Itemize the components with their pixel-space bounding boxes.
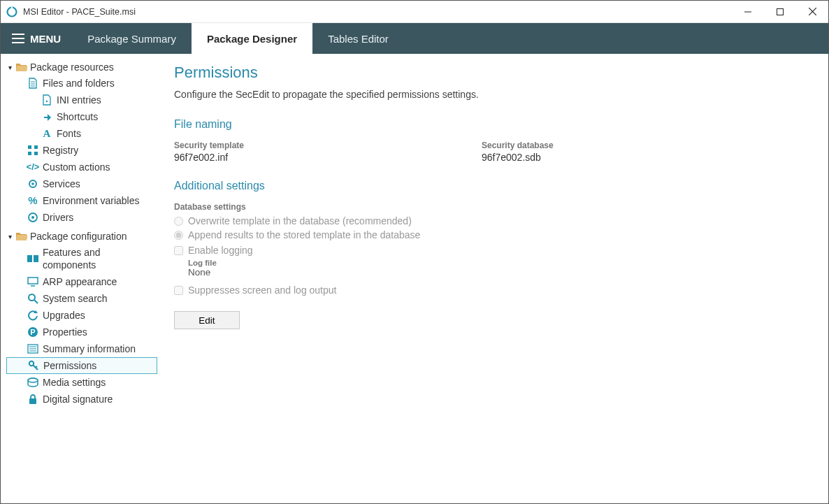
maximize-button[interactable] [764,1,796,23]
svg-rect-1 [11,7,13,11]
svg-point-12 [46,101,48,102]
refresh-icon [27,310,38,321]
sidebar-item-arp[interactable]: ARP appearance [6,273,157,290]
svg-rect-3 [777,8,784,15]
checkbox-suppress-output-input[interactable] [174,286,183,295]
sidebar-item-digital-signature[interactable]: Digital signature [6,391,157,408]
svg-line-35 [36,366,37,368]
sidebar-item-custom-actions[interactable]: </> Custom actions [6,159,157,175]
svg-point-18 [31,182,34,185]
folder-open-icon [16,62,27,72]
tab-package-summary[interactable]: Package Summary [72,23,192,54]
main-panel: Permissions Configure the SecEdit to pro… [160,54,828,503]
svg-rect-23 [28,278,38,284]
security-database-label: Security database [482,141,733,150]
sidebar-item-registry[interactable]: Registry [6,142,157,159]
svg-rect-15 [34,145,38,149]
gear-icon [27,178,38,189]
security-database-value: 96f7e002.sdb [482,152,733,163]
radio-overwrite-input[interactable] [174,217,183,226]
sidebar-item-fonts[interactable]: A Fonts [6,125,157,142]
edit-button[interactable]: Edit [174,311,240,329]
checkbox-suppress-output[interactable]: Suppresses screen and log output [174,285,814,296]
percent-icon: % [27,195,38,206]
tree-header-resources[interactable]: ▾ Package resources [6,59,157,75]
page-description: Configure the SecEdit to propagate the s… [174,89,814,100]
folder-open-icon [16,231,27,241]
properties-icon: P [27,326,38,338]
sidebar-item-shortcuts[interactable]: Shortcuts [6,108,157,125]
security-template-label: Security template [174,141,426,150]
features-icon [27,253,38,264]
tree-header-label: Package resources [30,62,114,73]
document-icon [27,78,38,89]
tree-section-configuration: ▾ Package configuration Features and com… [6,229,157,408]
svg-point-36 [28,378,38,382]
hamburger-icon [12,34,24,43]
svg-rect-37 [29,398,36,404]
page-title: Permissions [174,64,814,82]
svg-text:P: P [30,328,35,336]
tree-section-resources: ▾ Package resources Files and folders IN… [6,59,157,226]
sidebar-item-upgrades[interactable]: Upgrades [6,307,157,324]
section-additional-settings: Additional settings [174,180,814,192]
list-icon [27,343,38,354]
code-icon: </> [27,161,38,173]
svg-point-25 [29,294,35,301]
key-icon [28,360,39,371]
svg-rect-21 [27,255,32,262]
search-icon [27,293,38,304]
tab-tables-editor[interactable]: Tables Editor [312,23,404,54]
svg-rect-13 [28,145,31,149]
log-file-field: Log file None [188,259,814,278]
svg-line-26 [34,300,38,303]
field-security-database: Security database 96f7e002.sdb [482,141,733,163]
sidebar-item-features[interactable]: Features and components [6,244,157,273]
radio-append[interactable]: Append results to the stored template in… [174,229,814,240]
radio-overwrite[interactable]: Overwrite template in the database (reco… [174,215,814,226]
checkbox-enable-logging[interactable]: Enable logging [174,245,814,256]
db-settings-label: Database settings [174,202,814,212]
menu-bar: MENU Package Summary Package Designer Ta… [1,23,828,54]
close-button[interactable] [796,1,828,23]
sidebar-item-files-folders[interactable]: Files and folders [6,75,157,92]
svg-point-33 [29,361,34,366]
sidebar-item-permissions[interactable]: Permissions [6,357,157,374]
file-naming-row: Security template 96f7e002.inf Security … [174,141,814,163]
tree-header-configuration[interactable]: ▾ Package configuration [6,229,157,244]
shortcut-icon [41,111,52,122]
sidebar-item-media[interactable]: Media settings [6,374,157,391]
sidebar-item-properties[interactable]: P Properties [6,324,157,340]
menu-label: MENU [30,33,61,45]
checkbox-enable-logging-input[interactable] [174,246,183,255]
tree-header-label: Package configuration [30,231,127,242]
registry-icon [27,145,38,156]
caret-down-icon: ▾ [6,64,13,71]
sidebar-item-services[interactable]: Services [6,175,157,192]
minimize-button[interactable] [732,1,764,23]
log-file-value: None [188,267,814,278]
sidebar-item-summary-info[interactable]: Summary information [6,340,157,357]
monitor-icon [27,276,38,287]
svg-point-20 [31,216,34,219]
window-title: MSI Editor - PACE_Suite.msi [23,7,136,17]
sidebar-item-drivers[interactable]: Drivers [6,209,157,226]
log-file-label: Log file [188,259,814,267]
sidebar-item-system-search[interactable]: System search [6,290,157,307]
app-logo-icon [6,6,17,17]
section-file-naming: File naming [174,118,814,131]
menu-button[interactable]: MENU [1,23,72,54]
svg-rect-16 [34,152,38,155]
lock-icon [27,394,38,405]
security-template-value: 96f7e002.inf [174,152,426,163]
svg-rect-22 [34,255,38,262]
media-icon [27,377,38,388]
tab-package-designer[interactable]: Package Designer [192,23,312,54]
sidebar-item-env-vars[interactable]: % Environment variables [6,192,157,209]
driver-icon [27,212,38,223]
font-icon: A [41,128,52,139]
ini-icon [41,94,52,106]
sidebar-item-ini-entries[interactable]: INI entries [6,92,157,108]
title-bar: MSI Editor - PACE_Suite.msi [1,1,828,23]
radio-append-input[interactable] [174,231,183,240]
